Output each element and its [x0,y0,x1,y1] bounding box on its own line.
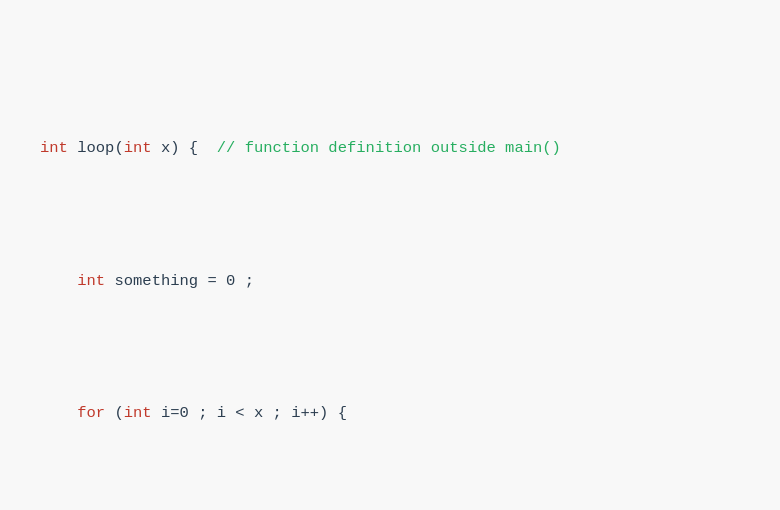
keyword-for: for [77,404,105,422]
code-text-3a: ( [105,404,124,422]
code-text-1: loop( [68,139,124,157]
keyword-int-4: int [124,404,152,422]
comment-1: // function definition outside main() [217,139,561,157]
code-line-1: int loop(int x) { // function definition… [40,135,740,162]
keyword-int-1: int [40,139,68,157]
code-text-3b: i=0 ; i < x ; i++) { [152,404,347,422]
code-line-2: int something = 0 ; [40,268,740,295]
keyword-int-2: int [124,139,152,157]
code-block: int loop(int x) { // function definition… [40,30,740,510]
code-text-2: something = 0 ; [105,272,254,290]
code-container: int loop(int x) { // function definition… [0,0,780,510]
code-line-3: for (int i=0 ; i < x ; i++) { [40,400,740,427]
code-text-1b: x) { [152,139,217,157]
keyword-int-3: int [77,272,105,290]
